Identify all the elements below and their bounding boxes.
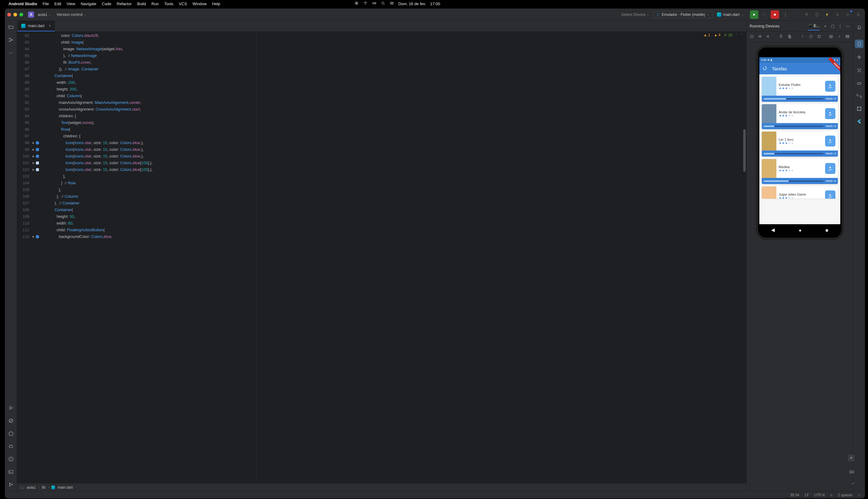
zoom-icon[interactable] — [20, 13, 23, 16]
menubar-date[interactable]: Dom. 16 de fev. — [399, 1, 426, 6]
menu-window[interactable]: Window — [193, 1, 207, 6]
svg-point-17 — [9, 38, 10, 39]
svg-point-18 — [9, 41, 10, 42]
menu-vcs[interactable]: VCS — [179, 1, 187, 6]
window-controls — [7, 13, 23, 16]
menu-navigate[interactable]: Navigate — [81, 1, 96, 6]
menu-run[interactable]: Run — [152, 1, 159, 6]
svg-point-19 — [12, 40, 13, 40]
code-content[interactable]: color: Colors.black26, child: Image( ima… — [45, 32, 443, 255]
line-gutter: 8283848586878889909192939495969798991001… — [17, 32, 32, 255]
project-dropdown[interactable]: aula1⌄ — [36, 11, 53, 18]
menu-edit[interactable]: Edit — [54, 1, 61, 6]
menu-tools[interactable]: Tools — [164, 1, 174, 6]
minimize-icon[interactable] — [13, 13, 17, 16]
menu-view[interactable]: View — [67, 1, 75, 6]
editor-tabs: main.dart × — [17, 21, 443, 32]
svg-point-2 — [365, 4, 366, 4]
control-center-icon[interactable] — [390, 1, 394, 7]
wifi-icon[interactable] — [363, 1, 368, 7]
screenrec-icon[interactable] — [354, 1, 359, 7]
code-editor[interactable]: ▲ 1 ▲ 4 ✔ 10 ˄˅ 828384858687888990919293… — [17, 32, 443, 255]
editor-area: main.dart × ▲ 1 ▲ 4 ✔ 10 ˄˅ 828384858687… — [17, 21, 443, 255]
app-name[interactable]: Android Studio — [9, 1, 37, 6]
project-badge: A — [28, 12, 34, 18]
svg-point-5 — [382, 2, 384, 4]
tab-main-dart[interactable]: main.dart × — [18, 21, 55, 32]
menu-code[interactable]: Code — [102, 1, 111, 6]
left-toolbar: ⋯ — [5, 21, 17, 255]
battery-icon[interactable] — [372, 1, 377, 7]
menubar-time[interactable]: 17:00 — [430, 1, 440, 6]
menu-build[interactable]: Build — [137, 1, 146, 6]
mac-menubar: Android Studio File Edit View Navigate C… — [0, 0, 443, 7]
titlebar: A aula1⌄ Version control⌄ Select Device⌄… — [5, 9, 443, 21]
svg-rect-4 — [376, 3, 376, 4]
more-tool-icon[interactable]: ⋯ — [8, 49, 14, 56]
search-icon[interactable] — [381, 1, 385, 7]
structure-tool-icon[interactable] — [8, 37, 14, 43]
vcs-dropdown[interactable]: Version control⌄ — [55, 11, 88, 18]
tab-label: main.dart — [28, 23, 45, 28]
dart-icon — [21, 24, 26, 28]
project-tool-icon[interactable] — [8, 24, 14, 31]
menu-refactor[interactable]: Refactor — [117, 1, 132, 6]
close-icon[interactable] — [7, 13, 11, 16]
menu-help[interactable]: Help — [212, 1, 221, 6]
close-tab-icon[interactable]: × — [49, 23, 51, 28]
svg-rect-6 — [390, 2, 391, 3]
ide-window: A aula1⌄ Version control⌄ Select Device⌄… — [5, 9, 443, 255]
svg-point-1 — [356, 3, 357, 4]
svg-rect-7 — [392, 2, 393, 3]
menu-file[interactable]: File — [42, 1, 49, 6]
svg-rect-8 — [390, 3, 393, 4]
gutter-markers: ★★★★★★ — [32, 32, 45, 255]
